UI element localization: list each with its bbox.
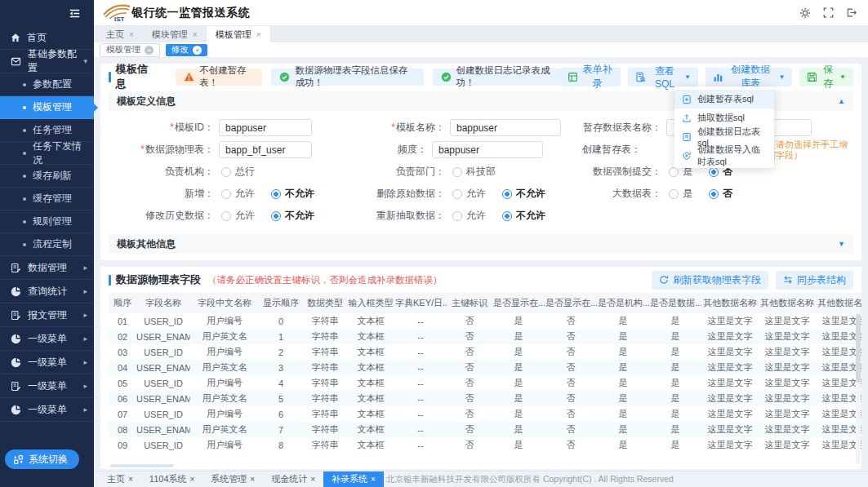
- radio-option[interactable]: 允许: [221, 209, 255, 223]
- text-input[interactable]: [432, 141, 543, 158]
- page-tab[interactable]: 主页×: [97, 26, 143, 42]
- text-input[interactable]: [219, 119, 312, 136]
- sidebar-item[interactable]: 规则管理: [0, 210, 94, 233]
- sidebar-item[interactable]: 参数配置: [0, 73, 94, 96]
- radio-option[interactable]: 不允许: [502, 187, 545, 201]
- radio-option[interactable]: 不允许: [271, 187, 314, 201]
- close-icon[interactable]: ×: [250, 475, 255, 484]
- pie-icon: [11, 357, 21, 368]
- pie-icon: [11, 286, 21, 297]
- horizontal-scrollbar[interactable]: [110, 464, 174, 467]
- sidebar-item[interactable]: 一级菜单▸: [0, 327, 94, 351]
- table-cell: 这里是文字: [816, 313, 861, 329]
- action-button[interactable]: 查看SQL▼: [628, 68, 698, 86]
- table-row[interactable]: 01USER_ID用户编号0字符串文本框--否是否是是这里是文字这里是文字这里是…: [109, 313, 861, 329]
- sidebar-item[interactable]: 基础参数配置▾: [0, 50, 94, 73]
- close-icon[interactable]: ×: [193, 30, 198, 39]
- button-label: 表单补录: [582, 63, 613, 91]
- fullscreen-icon[interactable]: [823, 7, 834, 19]
- vertical-scrollbar[interactable]: [856, 314, 861, 383]
- dropdown-item[interactable]: 抽取数据sql: [674, 108, 774, 127]
- table-cell: 是: [649, 313, 701, 329]
- table-row[interactable]: 08USER_ENAME用户英文名7字符串文本框--否是否是是这里是文字这里是文…: [109, 422, 861, 437]
- form-cell: 负责部门：科技部: [343, 165, 563, 179]
- radio-option[interactable]: 允许: [221, 187, 255, 201]
- table-row[interactable]: 09USER_ID用户编号8字符串文本框--否是否是是这里是文字这里是文字这里是…: [109, 437, 861, 453]
- close-icon[interactable]: ×: [129, 30, 134, 39]
- gear-icon[interactable]: [799, 7, 811, 19]
- dropdown-item[interactable]: 创建数据导入临时表sql: [674, 146, 774, 165]
- collapse-up-icon[interactable]: ▲: [838, 97, 845, 105]
- collapse-down-icon[interactable]: ▼: [838, 240, 845, 248]
- sidebar-item[interactable]: 流程定制: [0, 233, 94, 256]
- action-button[interactable]: 刷新获取物理表字段: [652, 271, 768, 290]
- table-row[interactable]: 04USER_ENAME用户英文名3字符串文本框--否是否是是这里是文字这里是文…: [109, 360, 861, 375]
- table-cell: 0: [259, 313, 303, 329]
- radio-option[interactable]: 不允许: [271, 209, 314, 223]
- close-icon[interactable]: ×: [310, 475, 315, 484]
- radio-option[interactable]: 总行: [221, 165, 255, 179]
- table-cell: 文本框: [347, 391, 394, 406]
- close-icon[interactable]: ×: [190, 475, 195, 484]
- toolbar: 表单补录查看SQL▼创建数据库表▼保存▼: [560, 68, 853, 86]
- radio-option[interactable]: 允许: [452, 187, 486, 201]
- footer-tab[interactable]: 主页×: [99, 472, 141, 487]
- action-button[interactable]: 创建数据库表▼: [706, 68, 792, 86]
- sidebar-item[interactable]: 首页: [0, 26, 94, 50]
- sidebar-item[interactable]: 任务下发情况: [0, 142, 94, 165]
- logout-icon[interactable]: [846, 7, 857, 19]
- table-row[interactable]: 07USER_ID用户编号6字符串文本框--否是否是是这里是文字这里是文字这里是…: [109, 406, 861, 422]
- breadcrumb-chip[interactable]: 模板管理×: [100, 43, 160, 57]
- sidebar-item[interactable]: 查询统计▸: [0, 280, 94, 303]
- badge-text: 创建数据日志记录表成功！: [456, 64, 552, 89]
- dropdown-item[interactable]: 创建暂存表sql: [674, 90, 774, 108]
- footer-tab[interactable]: 1104系统×: [141, 472, 203, 487]
- page-tab[interactable]: 模块管理×: [143, 26, 207, 42]
- sidebar-item[interactable]: 一级菜单▸: [0, 398, 94, 422]
- table-cell: 用户编号: [190, 406, 259, 422]
- action-button[interactable]: 保存▼: [799, 68, 853, 86]
- close-icon[interactable]: ×: [128, 475, 133, 484]
- field-label: *模板ID：: [109, 121, 214, 135]
- radio-option[interactable]: 允许: [452, 209, 486, 223]
- system-switch-button[interactable]: 系统切换: [5, 449, 79, 469]
- radio-option[interactable]: 否: [709, 187, 732, 201]
- sidebar-item[interactable]: 模板管理: [0, 96, 94, 119]
- breadcrumb-chip[interactable]: 修改×: [166, 44, 207, 56]
- field-label: 数据强制提交：: [563, 165, 661, 179]
- action-button[interactable]: 表单补录: [560, 68, 621, 86]
- bullet-icon: [23, 197, 26, 201]
- chevron-down-icon: ▼: [839, 73, 846, 81]
- footer-tab[interactable]: 现金统计×: [263, 472, 323, 487]
- table-row[interactable]: 02USER_ENAME用户英文名1字符串文本框--否是否是是这里是文字这里是文…: [109, 329, 861, 344]
- table-cell: 这里是文字: [701, 422, 759, 437]
- sidebar-item[interactable]: 报文管理▸: [0, 303, 94, 327]
- radio-option[interactable]: 是: [669, 187, 692, 201]
- close-icon[interactable]: ×: [145, 46, 154, 55]
- footer-tab[interactable]: 补录系统×: [323, 472, 384, 487]
- sidebar-item[interactable]: 数据管理▸: [0, 256, 94, 280]
- sidebar-item[interactable]: 缓存刷新: [0, 165, 94, 188]
- footer-tab[interactable]: 系统管理×: [203, 472, 263, 487]
- table-row[interactable]: 03USER_ID用户编号2字符串文本框--否是否是是这里是文字这里是文字这里是…: [109, 344, 861, 360]
- action-button[interactable]: 同步表结构: [776, 271, 853, 290]
- table-cell: 否: [545, 375, 597, 391]
- radio-option[interactable]: 不允许: [502, 209, 545, 223]
- sidebar-item[interactable]: 缓存管理: [0, 188, 94, 210]
- table-row[interactable]: 05USER_ID用户编号4字符串文本框--否是否是是这里是文字这里是文字这里是…: [109, 375, 861, 391]
- radio-option[interactable]: 科技部: [452, 165, 496, 179]
- close-icon[interactable]: ×: [256, 30, 261, 39]
- text-input[interactable]: [450, 119, 561, 136]
- sidebar-item[interactable]: 一级菜单▸: [0, 351, 94, 374]
- page-tab[interactable]: 模板管理×: [207, 26, 270, 42]
- sidebar-item[interactable]: 一级菜单▸: [0, 374, 94, 398]
- close-icon[interactable]: ×: [371, 475, 376, 484]
- table-cell: 这里是文字: [701, 406, 759, 422]
- table-cell: USER_ENAME: [136, 329, 190, 344]
- section-other-header[interactable]: 模板其他信息 ▼: [109, 234, 853, 254]
- text-input[interactable]: [219, 141, 312, 158]
- table-row[interactable]: 06USER_ENAME用户英文名5字符串文本框--否是否是是这里是文字这里是文…: [109, 391, 861, 406]
- close-icon[interactable]: ×: [193, 46, 202, 55]
- sql-icon: [635, 72, 646, 82]
- menu-fold-icon[interactable]: [69, 8, 81, 19]
